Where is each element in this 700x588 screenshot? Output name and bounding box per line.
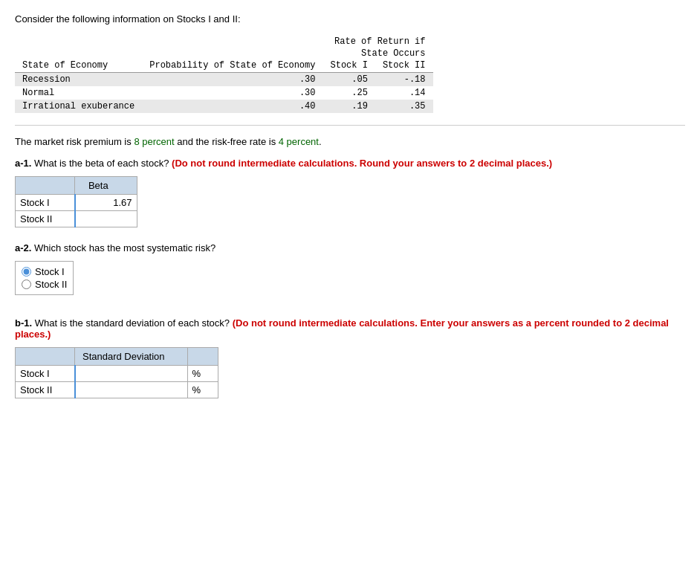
radio-stock1[interactable] [22, 267, 31, 277]
sd-header: Standard Deviation [75, 348, 188, 366]
beta-stock1-label: Stock I [16, 195, 75, 211]
sd-row-stock2: Stock II % [16, 382, 218, 398]
stock2-cell: .14 [375, 86, 433, 100]
stock1-cell: .05 [323, 73, 375, 87]
sd-stock2-label: Stock II [16, 382, 75, 398]
col-economy-header: State of Economy [15, 59, 142, 73]
stock2-cell: .35 [375, 100, 433, 113]
stock1-cell: .19 [323, 100, 375, 113]
probability-cell: .30 [142, 86, 323, 100]
sd-stock2-input[interactable] [80, 384, 155, 395]
a2-question-text: Which stock has the most systematic risk… [34, 242, 215, 253]
economy-cell: Irrational exuberance [15, 100, 142, 113]
sd-percent-header [187, 348, 218, 366]
radio-group-a2: Stock I Stock II [15, 261, 74, 295]
beta-header: Beta [75, 177, 137, 195]
sd-stock1-label: Stock I [16, 366, 75, 382]
col-stock1-header: Stock I [323, 59, 375, 73]
beta-stock1-cell[interactable] [75, 195, 137, 211]
economy-cell: Recession [15, 73, 142, 87]
question-b1: b-1. What is the standard deviation of e… [15, 317, 685, 340]
beta-table: Beta Stock I Stock II [15, 176, 137, 227]
stock2-cell: -.18 [375, 73, 433, 87]
divider [15, 125, 685, 126]
b1-label: b-1. [15, 317, 32, 329]
radio-stock2-label: Stock II [35, 279, 67, 290]
sd-stock1-cell[interactable] [75, 366, 188, 382]
beta-stock2-input[interactable] [80, 213, 132, 224]
radio-item-stock1[interactable]: Stock I [22, 266, 67, 277]
market-text-after: . [319, 136, 322, 147]
col-stock2-header: Stock II [375, 59, 433, 73]
radio-stock2[interactable] [22, 280, 31, 289]
probability-cell: .30 [142, 73, 323, 87]
beta-row-stock1: Stock I [16, 195, 137, 211]
economy-cell: Normal [15, 86, 142, 100]
state-occurs: State Occurs [323, 47, 432, 59]
sd-stock1-percent: % [187, 366, 218, 382]
beta-empty-header [16, 177, 75, 195]
question-a1: a-1. What is the beta of each stock? (Do… [15, 158, 685, 169]
radio-item-stock2[interactable]: Stock II [22, 279, 67, 290]
sd-stock2-percent: % [187, 382, 218, 398]
sd-stock1-input[interactable] [80, 368, 155, 379]
sd-stock2-cell[interactable] [75, 382, 188, 398]
rate-header: Rate of Return if [323, 35, 432, 47]
sd-empty-header [16, 348, 75, 366]
beta-row-stock2: Stock II [16, 211, 137, 227]
beta-stock1-input[interactable] [80, 197, 132, 208]
beta-stock2-cell[interactable] [75, 211, 137, 227]
sd-row-stock1: Stock I % [16, 366, 218, 382]
col-probability-header: Probability of State of Economy [142, 59, 323, 73]
probability-cell: .40 [142, 100, 323, 113]
table-row: Recession .30 .05 -.18 [15, 73, 433, 87]
data-table: Rate of Return if State Occurs State of … [15, 35, 433, 113]
section-b1: b-1. What is the standard deviation of e… [15, 317, 685, 398]
market-riskfree: 4 percent [279, 136, 319, 147]
a1-label: a-1. [15, 158, 31, 169]
stock1-cell: .25 [323, 86, 375, 100]
question-a2: a-2. Which stock has the most systematic… [15, 242, 685, 253]
b1-question: What is the standard deviation of each s… [35, 317, 233, 329]
market-text-before: The market risk premium is [15, 136, 134, 147]
market-info: The market risk premium is 8 percent and… [15, 136, 685, 147]
beta-stock2-label: Stock II [16, 211, 75, 227]
intro-text: Consider the following information on St… [15, 13, 685, 25]
table-row: Irrational exuberance .40 .19 .35 [15, 100, 433, 113]
radio-stock1-label: Stock I [35, 266, 65, 277]
section-a2: a-2. Which stock has the most systematic… [15, 242, 685, 295]
table-row: Normal .30 .25 .14 [15, 86, 433, 100]
market-premium: 8 percent [134, 136, 174, 147]
a1-instruction: (Do not round intermediate calculations.… [172, 158, 552, 169]
sd-table: Standard Deviation Stock I % Stock II % [15, 347, 218, 398]
market-text-middle: and the risk-free rate is [175, 136, 279, 147]
a2-label: a-2. [15, 242, 31, 253]
